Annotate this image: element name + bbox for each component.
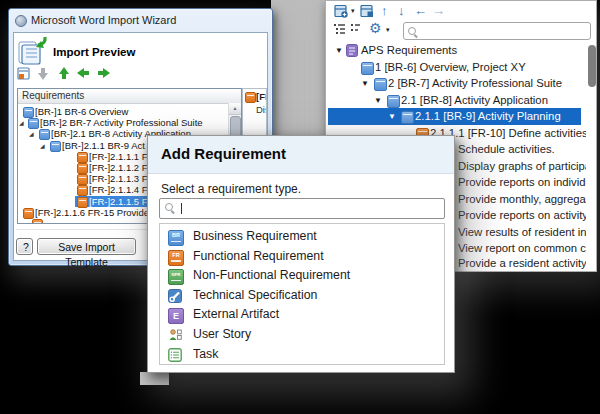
save-import-template-button[interactable]: Save Import Template [37,238,136,255]
import-preview-icon [17,35,49,66]
functional-requirement-icon [32,219,43,223]
project-icon [346,44,358,57]
tree-item[interactable]: 1 [BR-6] Overview, Project XY [327,59,586,76]
expander-icon[interactable]: ▼ [388,108,396,125]
panel-scrollbar-thumb[interactable] [588,45,596,87]
business-requirement-icon [361,62,374,75]
search-icon [165,203,173,211]
search-icon [408,27,416,35]
type-option-non-functional-requirement[interactable]: NFR Non-Functional Requirement [160,266,444,286]
external-artifact-icon: E [168,308,184,324]
decorative-chip [140,372,169,385]
requirement-type-list: BR Business Requirement FR Functional Re… [159,223,445,365]
move-right-icon[interactable] [97,67,110,80]
help-button[interactable]: ? [16,238,33,255]
move-up-icon[interactable] [57,67,70,80]
type-option-external-artifact[interactable]: E External Artifact [160,305,444,325]
functional-requirement-icon: FR [168,250,184,266]
search-input[interactable] [420,23,588,39]
type-search-input[interactable] [176,199,442,218]
scrollbar-up-icon[interactable]: ▲ [229,103,241,115]
type-option-functional-requirement[interactable]: FR Functional Requirement [160,247,444,267]
tree-item[interactable]: [BR-]1 BR-6 Overview [18,106,229,117]
business-requirement-icon [401,111,414,124]
move-down-icon[interactable] [37,67,50,80]
tree-item[interactable]: ▼ 2.1 [BR-8] Activity Application [327,92,586,109]
dialog-subtitle: Select a requirement type. [161,182,301,196]
tree-item[interactable]: ◢ [BR-]2 BR-7 Activity Professional Suit… [18,117,229,128]
expander-icon[interactable]: ▼ [361,75,369,92]
tree-column-header[interactable]: Requirements [18,89,241,104]
business-requirement-icon: BR [168,230,184,246]
add-requirement-icon[interactable] [334,4,349,18]
add-child-requirement-icon[interactable] [360,4,375,18]
window-icon [15,15,27,27]
technical-specification-icon [168,289,182,303]
panel-search-field[interactable] [403,22,591,40]
tree-item[interactable]: ▼ 2 [BR-7] Activity Professional Suite [327,75,586,92]
business-requirement-icon [374,78,387,91]
user-story-icon [168,328,182,342]
business-requirement-icon [387,95,400,108]
move-left-icon[interactable] [77,67,90,80]
type-option-task[interactable]: Task [160,345,444,365]
add-requirement-dialog: Add Requirement Select a requirement typ… [147,135,455,373]
move-down-icon[interactable]: ↓ [398,3,405,18]
collapse-all-icon[interactable] [333,22,347,36]
dialog-title: Add Requirement [161,145,286,162]
dropdown-caret-icon[interactable]: ▾ [351,7,355,15]
preview-requirement-tag: [FR-] [256,91,267,102]
functional-requirement-icon [245,92,256,103]
non-functional-requirement-icon: NFR [168,269,184,285]
expand-all-icon[interactable] [350,22,364,36]
expander-icon[interactable]: ▼ [335,42,343,59]
type-option-technical-specification[interactable]: Technical Specification [160,286,444,306]
move-left-icon[interactable]: ← [414,3,427,18]
tree-item-selected[interactable]: ▼ 2.1.1 [BR-9] Activity Planning [327,108,586,125]
import-template-icon[interactable] [17,67,31,81]
move-up-icon[interactable]: ↑ [381,3,388,18]
tree-item-root[interactable]: ▼ APS Requirements [327,42,586,59]
type-option-business-requirement[interactable]: BR Business Requirement [160,227,444,247]
import-preview-title: Import Preview [53,46,135,58]
dropdown-caret-icon[interactable]: ▾ [386,26,390,34]
window-title: Microsoft Word Import Wizard [31,14,176,26]
type-option-user-story[interactable]: User Story [160,325,444,345]
preview-requirement-text: Displ [256,104,267,115]
move-right-icon[interactable]: → [432,3,445,18]
type-search-field[interactable] [159,198,445,219]
expander-icon[interactable]: ▼ [374,92,382,109]
gear-icon[interactable]: ⚙ [369,20,382,36]
composite-screenshot: Microsoft Word Import Wizard Import Prev… [0,0,600,414]
task-icon [168,348,182,362]
